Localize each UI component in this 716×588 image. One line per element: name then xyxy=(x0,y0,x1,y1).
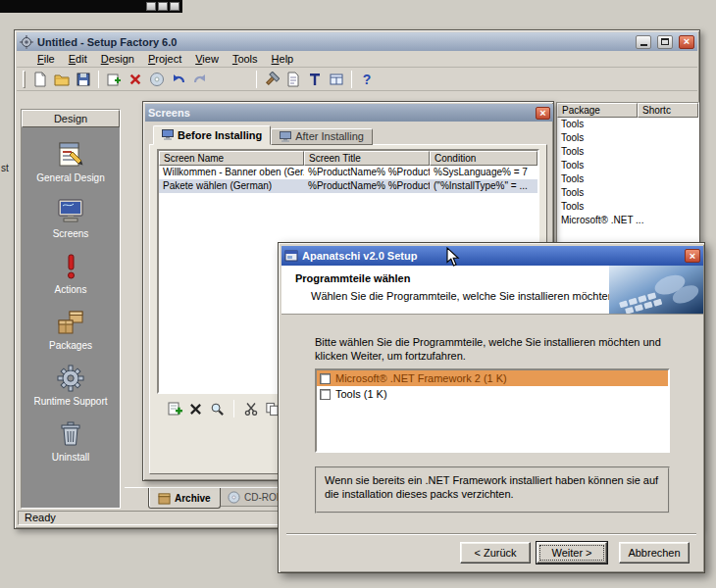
sidebar-item-screens[interactable]: Screens xyxy=(22,196,120,239)
menu-edit[interactable]: Edit xyxy=(62,51,94,67)
undo-button[interactable] xyxy=(168,70,189,89)
new-project-button[interactable] xyxy=(29,70,51,89)
tab-archive[interactable]: Archive xyxy=(148,488,221,509)
menu-project[interactable]: Project xyxy=(141,51,188,67)
package-row[interactable]: Microsoft® .NET ... xyxy=(557,214,698,227)
column-screen-name[interactable]: Screen Name xyxy=(159,151,304,166)
layout-button[interactable] xyxy=(326,70,347,89)
menu-tools[interactable]: Tools xyxy=(226,51,265,67)
sidebar-item-actions[interactable]: Actions xyxy=(22,252,120,295)
delete-icon xyxy=(128,73,142,86)
sidebar-item-label: Uninstall xyxy=(52,452,89,463)
dialog-titlebar[interactable]: Apanatschi v2.0 Setup xyxy=(281,246,703,266)
dialog-subheading: Wählen Sie die Programmteile, welche Sie… xyxy=(311,290,617,302)
close-icon xyxy=(690,251,695,262)
sidebar-header[interactable]: Design xyxy=(22,110,120,127)
screen-manager-button[interactable] xyxy=(282,70,304,89)
uninstall-icon xyxy=(56,419,85,449)
sidebar-item-packages[interactable]: Packages xyxy=(22,308,120,351)
fragment-minimize-button[interactable] xyxy=(146,2,156,11)
screens-close-button[interactable] xyxy=(536,107,550,120)
delete-screen-button[interactable] xyxy=(186,400,205,417)
package-row[interactable]: Tools xyxy=(557,186,698,200)
background-text-fragment: st xyxy=(1,163,9,173)
sidebar-item-label: Packages xyxy=(49,340,92,351)
package-row[interactable]: Tools xyxy=(557,118,698,131)
menu-design[interactable]: Design xyxy=(94,51,141,67)
save-icon xyxy=(76,72,91,87)
menu-file[interactable]: File xyxy=(30,51,62,67)
add-screen-button[interactable] xyxy=(165,400,183,417)
fragment-close-button[interactable] xyxy=(170,2,179,11)
redo-button[interactable] xyxy=(189,70,211,89)
shortcut-column-header[interactable]: Shortc xyxy=(638,103,698,118)
condition-cell: ("%InstallType%" = ... xyxy=(430,179,539,193)
help-button[interactable] xyxy=(356,70,378,89)
package-row[interactable]: Tools xyxy=(557,159,698,172)
minimize-button[interactable] xyxy=(636,35,651,49)
screen-row[interactable]: Pakete wählen (German) %ProductName% %Pr… xyxy=(159,179,537,193)
menu-view[interactable]: View xyxy=(188,51,226,67)
sidebar-item-label: General Design xyxy=(36,172,104,183)
component-label: Tools (1 K) xyxy=(335,388,387,400)
close-icon xyxy=(684,36,690,47)
sidebar-item-uninstall[interactable]: Uninstall xyxy=(22,419,120,463)
menu-help[interactable]: Help xyxy=(265,51,301,67)
checkbox-tools[interactable] xyxy=(320,389,331,400)
add-item-button[interactable] xyxy=(103,70,125,89)
component-item-tools[interactable]: Tools (1 K) xyxy=(317,386,668,402)
tab-label: Archive xyxy=(175,493,211,504)
main-titlebar[interactable]: Untitled - Setup Factory 6.0 xyxy=(17,32,697,51)
delete-item-button[interactable] xyxy=(125,70,146,89)
column-screen-title[interactable]: Screen Title xyxy=(304,151,430,166)
screen-name-cell: Willkommen - Banner oben (Ger... xyxy=(159,166,304,179)
general-design-icon xyxy=(56,140,85,170)
checkbox-dotnet[interactable] xyxy=(320,373,331,384)
next-button[interactable]: Weiter > xyxy=(537,542,607,564)
mouse-cursor xyxy=(446,247,460,268)
setup-app-icon xyxy=(284,249,298,263)
maximize-button[interactable] xyxy=(657,35,673,49)
column-condition[interactable]: Condition xyxy=(430,151,537,166)
condition-cell: %SysLanguage% = 7 xyxy=(430,166,539,179)
back-button[interactable]: < Zurück xyxy=(460,542,531,564)
preview-screen-button[interactable] xyxy=(208,400,227,417)
package-row[interactable]: Tools xyxy=(557,172,698,186)
open-folder-icon xyxy=(54,72,70,87)
close-button[interactable] xyxy=(679,35,694,49)
package-column-header[interactable]: Package xyxy=(557,103,638,118)
sidebar-item-runtime-support[interactable]: Runtime Support xyxy=(22,364,120,407)
background-window-titlebar[interactable] xyxy=(0,0,182,13)
menu-bar: File Edit Design Project View Tools Help xyxy=(17,51,697,68)
sidebar-item-label: Actions xyxy=(55,284,87,295)
package-row[interactable]: Tools xyxy=(557,145,698,159)
screen-row[interactable]: Willkommen - Banner oben (Ger... %Produc… xyxy=(159,166,537,179)
save-project-button[interactable] xyxy=(73,70,94,89)
desktop: st Untitled - Setup Factory 6.0 File Edi… xyxy=(0,0,716,588)
help-icon xyxy=(363,72,372,87)
component-label: Microsoft® .NET Framework 2 (1 K) xyxy=(335,372,507,384)
open-project-button[interactable] xyxy=(51,70,73,89)
toolbar-grip[interactable] xyxy=(23,71,26,88)
note-box: Wenn sie bereits ein .NET Framework inst… xyxy=(315,466,670,514)
package-row[interactable]: Tools xyxy=(557,200,698,214)
dialog-close-button[interactable] xyxy=(685,249,700,263)
tab-after-installing[interactable]: After Installing xyxy=(271,128,373,145)
component-item-dotnet[interactable]: Microsoft® .NET Framework 2 (1 K) xyxy=(317,370,668,386)
tab-before-installing[interactable]: Before Installing xyxy=(153,125,271,145)
cancel-button[interactable]: Abbrechen xyxy=(619,542,690,564)
text-tool-button[interactable] xyxy=(304,70,326,89)
design-tools-button[interactable] xyxy=(261,70,282,89)
toolbar-separator xyxy=(256,71,257,88)
screens-titlebar[interactable]: Screens xyxy=(145,104,553,122)
close-icon xyxy=(539,108,545,119)
header-image xyxy=(609,266,703,314)
magnifier-icon xyxy=(210,402,225,416)
package-row[interactable]: Tools xyxy=(557,131,698,145)
screen-tab-icon xyxy=(280,131,291,142)
cut-button[interactable] xyxy=(241,400,260,417)
sidebar-item-general-design[interactable]: General Design xyxy=(22,140,120,183)
packages-icon xyxy=(56,308,85,337)
build-button[interactable] xyxy=(146,70,168,89)
fragment-maximize-button[interactable] xyxy=(158,2,168,11)
